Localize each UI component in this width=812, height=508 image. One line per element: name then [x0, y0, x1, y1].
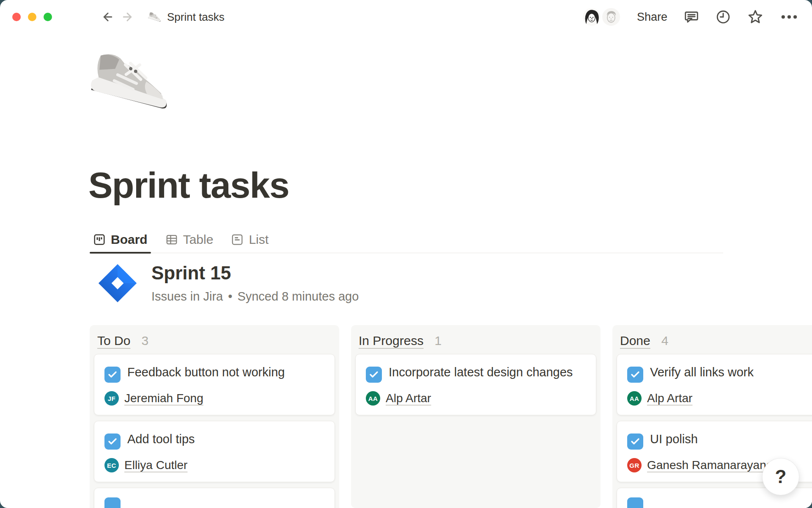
zoom-window-button[interactable]	[44, 13, 52, 21]
assignee-name-link[interactable]: Elliya Cutler	[124, 458, 187, 472]
assignee-avatar: AA	[366, 391, 380, 406]
column-count: 1	[434, 334, 442, 348]
list-view-icon	[231, 233, 244, 246]
assignee-avatar: GR	[627, 458, 642, 472]
checked-checkbox-icon[interactable]	[627, 367, 643, 383]
tab-list[interactable]: List	[228, 226, 272, 253]
column-header: In Progress 1	[355, 331, 596, 354]
column-name-link[interactable]: In Progress	[359, 334, 423, 348]
jira-logo	[97, 263, 138, 304]
card-title-row: UI polish	[627, 431, 812, 450]
column-name-link[interactable]: Done	[620, 334, 650, 348]
checked-checkbox-icon[interactable]	[104, 433, 121, 450]
checked-checkbox-icon[interactable]	[104, 367, 121, 383]
help-button[interactable]: ?	[762, 458, 799, 495]
task-title: Verify all links work	[650, 365, 754, 379]
tab-table[interactable]: Table	[162, 226, 217, 253]
task-card-partial[interactable]	[94, 488, 335, 508]
column-in-progress: In Progress 1 Incorporate latest design …	[351, 325, 601, 508]
kanban-board: To Do 3 Feedback button not working JF J…	[90, 325, 812, 508]
assignee-avatar: EC	[104, 458, 119, 472]
back-arrow-icon[interactable]	[102, 11, 114, 23]
topbar: Sprint tasks Share	[0, 0, 812, 34]
card-title-row: Verify all links work	[627, 364, 812, 383]
task-card[interactable]: Incorporate latest design changes AA Alp…	[355, 354, 596, 415]
linked-database-header: Sprint 15 Issues in Jira • Synced 8 minu…	[97, 262, 359, 304]
assignee-row: AA Alp Artar	[366, 391, 586, 406]
sync-status[interactable]: Synced 8 minutes ago	[237, 290, 359, 304]
desktop: { "colors": { "desktop": "#35525c", "tra…	[0, 0, 812, 508]
comments-icon[interactable]	[683, 9, 700, 25]
card-title-row: Feedback button not working	[104, 364, 324, 383]
assignee-avatar: JF	[104, 391, 119, 406]
task-card[interactable]: Add tool tips EC Elliya Cutler	[94, 421, 335, 482]
tab-table-label: Table	[183, 232, 214, 247]
updates-clock-icon[interactable]	[716, 9, 731, 25]
column-header: Done 4	[617, 331, 812, 354]
favorite-star-icon[interactable]	[747, 8, 764, 25]
card-title-row: Incorporate latest design changes	[366, 364, 586, 383]
page-icon-sneaker[interactable]	[90, 47, 172, 130]
column-count: 4	[661, 334, 669, 348]
column-header: To Do 3	[94, 331, 335, 354]
database-subtitle: Issues in Jira • Synced 8 minutes ago	[151, 290, 359, 304]
breadcrumb[interactable]: Sprint tasks	[148, 11, 225, 24]
checked-checkbox-icon[interactable]	[627, 497, 643, 508]
assignee-row: JF Jeremiah Fong	[104, 391, 324, 406]
forward-arrow-icon[interactable]	[121, 11, 134, 23]
collaborator-avatars	[585, 7, 621, 27]
minimize-window-button[interactable]	[28, 13, 36, 21]
card-title-row: Add tool tips	[104, 431, 324, 450]
collaborator-avatar-1[interactable]	[582, 7, 601, 27]
collaborator-avatar-2[interactable]	[601, 7, 621, 27]
assignee-avatar: AA	[627, 391, 642, 406]
breadcrumb-title: Sprint tasks	[167, 11, 225, 24]
tab-list-label: List	[249, 232, 269, 247]
checked-checkbox-icon[interactable]	[366, 367, 382, 383]
task-title: Incorporate latest design changes	[389, 365, 573, 379]
assignee-name-link[interactable]: Alp Artar	[386, 392, 431, 405]
sneaker-icon	[148, 11, 162, 22]
sidebar-menu-icon[interactable]	[76, 12, 90, 22]
task-card[interactable]: Feedback button not working JF Jeremiah …	[94, 354, 335, 415]
assignee-name-link[interactable]: Alp Artar	[647, 392, 692, 405]
app-window: Sprint tasks Share	[0, 0, 812, 508]
assignee-row: EC Elliya Cutler	[104, 458, 324, 472]
checked-checkbox-icon[interactable]	[104, 497, 121, 508]
assignee-name-link[interactable]: Jeremiah Fong	[124, 392, 203, 405]
column-name-link[interactable]: To Do	[97, 334, 130, 348]
tab-board[interactable]: Board	[90, 226, 151, 253]
column-count: 3	[141, 334, 148, 348]
view-tabs: Board Table List	[90, 226, 723, 253]
traffic-lights	[12, 13, 52, 21]
checked-checkbox-icon[interactable]	[627, 433, 643, 450]
table-view-icon	[165, 233, 178, 246]
task-title: Add tool tips	[127, 432, 195, 446]
more-options-icon[interactable]	[780, 8, 798, 25]
database-title[interactable]: Sprint 15	[151, 262, 359, 284]
page-title[interactable]: Sprint tasks	[88, 164, 289, 206]
task-title: UI polish	[650, 432, 698, 446]
task-card[interactable]: Verify all links work AA Alp Artar	[617, 354, 812, 415]
subtitle-bullet: •	[228, 290, 232, 304]
close-window-button[interactable]	[12, 13, 21, 21]
share-button[interactable]: Share	[637, 11, 667, 24]
tab-board-label: Board	[111, 232, 148, 247]
column-to-do: To Do 3 Feedback button not working JF J…	[90, 325, 339, 508]
board-view-icon	[93, 233, 106, 246]
task-title: Feedback button not working	[127, 365, 285, 379]
topbar-actions: Share	[585, 7, 798, 27]
assignee-name-link[interactable]: Ganesh Ramanarayanan	[647, 458, 779, 472]
database-source-link[interactable]: Issues in Jira	[151, 290, 223, 304]
assignee-row: AA Alp Artar	[627, 391, 812, 406]
